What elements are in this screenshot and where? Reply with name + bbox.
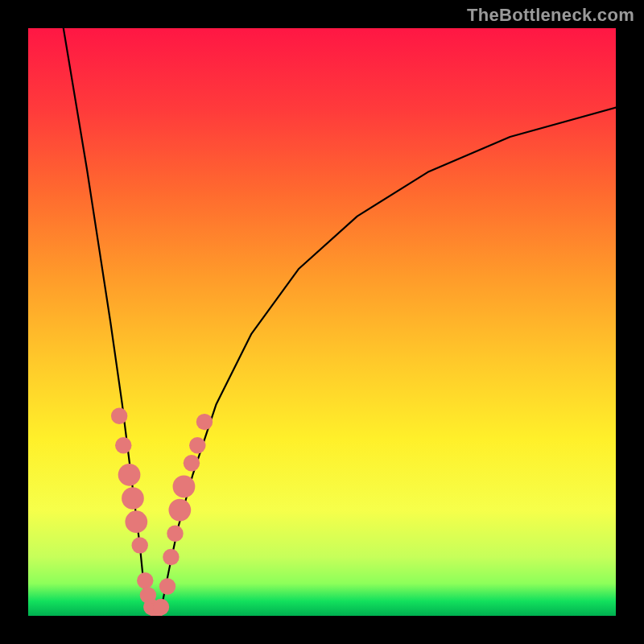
data-marker	[111, 408, 127, 424]
data-marker	[196, 414, 213, 430]
series-right-arm	[160, 108, 616, 613]
data-marker	[184, 455, 200, 471]
chart-stage: TheBottleneck.com	[0, 0, 644, 644]
curve-layer	[28, 28, 616, 616]
data-marker	[118, 464, 141, 486]
data-marker	[131, 537, 147, 553]
data-marker	[125, 510, 147, 533]
data-marker	[115, 437, 131, 453]
data-marker	[167, 526, 183, 542]
data-marker	[163, 549, 179, 565]
data-marker	[137, 572, 153, 588]
data-marker	[168, 499, 191, 522]
watermark-label: TheBottleneck.com	[467, 5, 634, 26]
data-marker	[189, 437, 205, 453]
plot-area	[28, 28, 616, 616]
data-marker	[159, 578, 175, 594]
data-marker	[153, 599, 169, 615]
data-marker	[173, 476, 196, 498]
data-marker	[122, 487, 144, 510]
